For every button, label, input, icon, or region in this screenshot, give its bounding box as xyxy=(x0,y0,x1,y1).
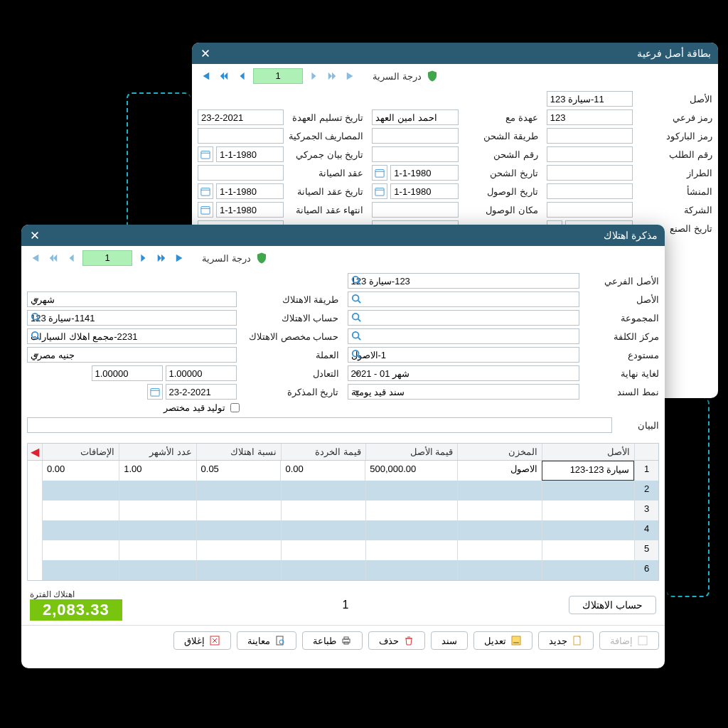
fld-statement[interactable] xyxy=(27,417,612,433)
fld-ship-date[interactable]: 1-1-1980 xyxy=(390,165,458,181)
security-level[interactable]: درجة السرية xyxy=(373,70,439,82)
col-asset[interactable]: الأصل xyxy=(542,444,634,460)
lbl-memo-date: تاريخ المذكرة xyxy=(240,387,339,397)
fld-group[interactable] xyxy=(348,310,580,326)
nav-prev-icon[interactable] xyxy=(235,68,250,84)
nav-next-icon[interactable] xyxy=(135,250,151,266)
nav-next-fast-icon[interactable] xyxy=(154,250,169,266)
fld-arrive-place[interactable] xyxy=(372,202,458,218)
fld-maint-date[interactable]: 1-1-1980 xyxy=(216,183,284,199)
col-add[interactable]: الإضافات xyxy=(42,444,119,460)
search-icon[interactable] xyxy=(350,349,361,360)
fld-origin[interactable] xyxy=(547,183,633,199)
col-pct[interactable]: نسبة اهتلاك xyxy=(196,444,281,460)
close-button[interactable]: إغلاق xyxy=(173,631,231,650)
add-button[interactable]: إضافة xyxy=(599,631,659,650)
table-row[interactable]: 5 xyxy=(28,540,658,560)
fld-cost-center[interactable] xyxy=(348,328,580,344)
nav-first-icon[interactable] xyxy=(198,68,213,84)
fld-customs[interactable] xyxy=(198,128,284,144)
nav-last-icon[interactable] xyxy=(172,250,188,266)
fld-arrive-date[interactable]: 1-1-1980 xyxy=(390,183,458,199)
table-row[interactable]: 2 xyxy=(28,481,658,500)
chevron-down-icon[interactable]: ▾ xyxy=(350,387,360,397)
col-months[interactable]: عدد الأشهر xyxy=(119,444,196,460)
table-row[interactable]: 3 xyxy=(28,500,658,520)
fld-custody-date[interactable]: 23-2-2021 xyxy=(198,109,284,125)
fld-order-no[interactable] xyxy=(547,146,633,162)
table-row[interactable]: 6 xyxy=(28,560,658,580)
fld-sub-code[interactable]: 123 xyxy=(547,109,633,125)
nav-prev-fast-icon[interactable] xyxy=(46,250,61,266)
col-scrap[interactable]: قيمة الخردة xyxy=(281,444,365,460)
titlebar-back[interactable]: بطاقة أصل فرعية xyxy=(192,43,718,64)
calendar-icon[interactable] xyxy=(198,183,213,199)
depreciation-grid: الأصل المخزن قيمة الأصل قيمة الخردة نسبة… xyxy=(27,443,659,581)
table-row[interactable]: 4 xyxy=(28,520,658,540)
nav-last-icon[interactable] xyxy=(343,68,358,84)
scroll-indicator-icon[interactable]: ◀ xyxy=(28,444,42,460)
fld-parity1[interactable]: 1.00000 xyxy=(166,365,237,381)
fld-sub-asset[interactable]: 123-سيارة 123 xyxy=(348,273,580,289)
new-button[interactable]: جديد xyxy=(538,631,594,650)
close-icon[interactable] xyxy=(28,229,41,242)
fld-customs-date[interactable]: 1-1-1980 xyxy=(216,146,284,162)
fld-model[interactable] xyxy=(547,165,633,181)
fld-until-end[interactable]: شهر 01 - 2021▾ xyxy=(348,365,580,381)
chk-short-entry[interactable] xyxy=(230,403,240,412)
titlebar-front[interactable]: مذكرة اهتلاك xyxy=(21,225,665,246)
record-number[interactable]: 1 xyxy=(253,68,303,84)
fld-ship-no[interactable] xyxy=(372,146,458,162)
chevron-down-icon[interactable]: ▾ xyxy=(29,350,39,360)
edit-button[interactable]: تعديل xyxy=(473,631,532,650)
fld-dep-account[interactable]: 1141-سيارة 123 xyxy=(27,310,237,326)
fld-barcode[interactable] xyxy=(547,128,633,144)
record-number[interactable]: 1 xyxy=(82,250,132,266)
fld-custody-with[interactable]: احمد امين العهد xyxy=(372,109,458,125)
close-icon[interactable] xyxy=(199,47,212,60)
print-button[interactable]: طباعة xyxy=(302,631,363,650)
nav-first-icon[interactable] xyxy=(27,250,43,266)
fld-currency[interactable]: جنيه مصري▾ xyxy=(27,347,237,363)
fld-asset[interactable]: 11-سيارة 123 xyxy=(547,91,633,107)
calendar-icon[interactable] xyxy=(372,165,387,181)
security-level[interactable]: درجة السرية xyxy=(202,252,268,264)
fld-doc-type[interactable]: سند قيد يومية▾ xyxy=(348,384,580,400)
col-store[interactable]: المخزن xyxy=(457,444,542,460)
search-icon[interactable] xyxy=(350,294,361,305)
fld-parity2[interactable]: 1.00000 xyxy=(92,365,163,381)
nav-prev-icon[interactable] xyxy=(64,250,80,266)
form-front: الأصل الفرعي123-سيارة 123 الأصل المجموعة… xyxy=(21,270,665,439)
calendar-icon[interactable] xyxy=(147,384,163,400)
col-value[interactable]: قيمة الأصل xyxy=(365,444,458,460)
fld-ship-method[interactable] xyxy=(372,128,458,144)
search-icon[interactable] xyxy=(350,312,361,323)
calendar-icon[interactable] xyxy=(198,146,213,162)
voucher-button[interactable]: سند xyxy=(431,631,468,650)
chevron-down-icon[interactable]: ▾ xyxy=(350,368,360,378)
fld-warehouse[interactable]: 1-الاصول xyxy=(348,347,580,363)
fld-memo-date[interactable]: 23-2-2021 xyxy=(166,384,237,400)
fld-dep-acc-account[interactable]: 2231-مجمع اهلاك السيارات xyxy=(27,328,237,344)
fld-maint-contract[interactable] xyxy=(198,165,284,181)
search-icon[interactable] xyxy=(29,331,41,342)
svg-rect-5 xyxy=(201,207,210,215)
nav-next-fast-icon[interactable] xyxy=(324,68,340,84)
svg-point-9 xyxy=(352,332,358,338)
chevron-down-icon[interactable]: ▾ xyxy=(29,294,39,304)
fld-dep-method[interactable]: شهري▾ xyxy=(27,291,237,307)
search-icon[interactable] xyxy=(350,275,361,287)
table-row[interactable]: 1سيارة 123-123الاصول500,000.000.000.051.… xyxy=(28,461,658,481)
calendar-icon[interactable] xyxy=(198,202,213,218)
nav-prev-fast-icon[interactable] xyxy=(216,68,232,84)
fld-maint-end[interactable]: 1-1-1980 xyxy=(216,202,284,218)
nav-next-icon[interactable] xyxy=(306,68,321,84)
fld-asset[interactable] xyxy=(348,291,580,307)
delete-button[interactable]: حذف xyxy=(368,631,425,650)
search-icon[interactable] xyxy=(29,312,41,323)
fld-company[interactable] xyxy=(547,202,633,218)
preview-button[interactable]: معاينة xyxy=(237,631,296,650)
search-icon[interactable] xyxy=(350,331,361,342)
calc-depreciation-button[interactable]: حساب الاهتلاك xyxy=(569,596,656,614)
calendar-icon[interactable] xyxy=(372,183,387,199)
